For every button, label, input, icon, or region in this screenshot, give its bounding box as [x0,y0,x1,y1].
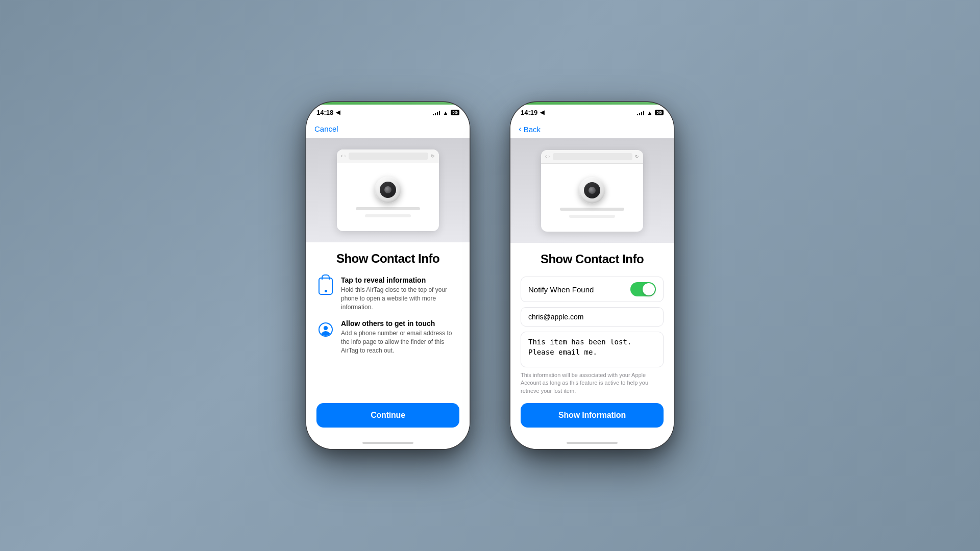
browser-content-line-4 [569,215,615,218]
status-bar-2: 14:19 ◀ ▲ 5G [510,105,674,118]
time-display-1: 14:18 [316,109,333,116]
contact-icon [316,320,335,339]
info-row-2: Allow others to get in touch Add a phone… [316,319,459,355]
status-icons-2: ▲ 5G [637,110,664,116]
cancel-button[interactable]: Cancel [314,124,338,133]
hero-section-1: ‹ › ↻ [306,138,470,242]
contact-visual [318,322,333,337]
phone-2: 14:19 ◀ ▲ 5G ‹ Back ‹ [510,102,674,449]
notify-when-found-label: Notify When Found [528,285,594,294]
info-text-2: Allow others to get in touch Add a phone… [341,319,459,355]
location-icon-1: ◀ [336,109,340,116]
browser-nav-1: ‹ › [341,153,346,159]
home-indicator-1 [306,438,470,449]
browser-address-bar-1 [349,153,428,160]
browser-content-2 [541,164,643,232]
info-row-1: Tap to reveal information Hold this AirT… [316,276,459,311]
browser-content-line-1 [356,207,420,210]
info-heading-2: Allow others to get in touch [341,319,459,328]
screen-2: ‹ Back ‹ › ↻ [510,118,674,449]
home-indicator-2 [510,438,674,449]
email-input[interactable] [521,307,664,327]
nav-bar-2: ‹ Back [510,118,674,138]
home-bar-1 [362,442,413,444]
status-time-2: 14:19 ◀ [521,109,544,116]
show-information-button[interactable]: Show Information [521,403,664,428]
notify-when-found-row: Notify When Found [521,277,664,302]
status-time-1: 14:18 ◀ [316,109,340,116]
bottom-sheet-1: Show Contact Info Tap to reveal informat… [306,242,470,438]
forward-arrow-icon: › [344,153,346,159]
back-arrow-icon-2: ‹ [545,154,547,159]
signal-icon-2 [637,110,645,115]
airtag-image-1 [375,177,401,203]
browser-address-bar-2 [553,153,632,160]
browser-toolbar-1: ‹ › ↻ [337,149,439,163]
bottom-sheet-2: Show Contact Info Notify When Found This… [510,243,674,438]
5g-badge-2: 5G [655,110,664,115]
screen-1: Cancel ‹ › ↻ [306,118,470,449]
airtag-inner-2 [584,182,600,198]
phone-1: 14:18 ◀ ▲ 5G Cancel ‹ › [306,102,470,449]
reload-icon-2: ↻ [635,154,639,159]
phone-tap-dot [325,290,327,292]
back-button[interactable]: ‹ Back [519,124,666,134]
phone-tap-icon [316,277,335,295]
home-bar-2 [567,442,618,444]
browser-toolbar-2: ‹ › ↻ [541,150,643,164]
status-icons-1: ▲ 5G [433,110,459,116]
info-body-1: Hold this AirTag close to the top of you… [341,286,459,311]
hero-section-2: ‹ › ↻ [510,138,674,243]
form-note: This information will be associated with… [521,371,664,395]
sheet-title-2: Show Contact Info [521,252,664,266]
status-bar-1: 14:18 ◀ ▲ 5G [306,105,470,118]
back-arrow-icon: ‹ [341,153,342,159]
reload-icon-1: ↻ [431,154,435,159]
wifi-icon-2: ▲ [647,110,652,116]
wifi-icon-1: ▲ [443,110,448,116]
nav-bar-1: Cancel [306,118,470,138]
location-icon-2: ◀ [540,109,544,116]
airtag-image-2 [579,177,605,204]
browser-content-line-2 [365,214,411,217]
airtag-dot-2 [589,187,596,194]
browser-nav-2: ‹ › [545,154,550,159]
chevron-left-icon: ‹ [519,124,522,134]
back-label: Back [524,125,541,134]
time-display-2: 14:19 [521,109,537,116]
airtag-inner-1 [380,182,396,198]
info-heading-1: Tap to reveal information [341,276,459,284]
airtag-dot-1 [384,186,391,193]
spacer-1 [316,363,459,403]
browser-mockup-2: ‹ › ↻ [541,150,643,232]
phone-tap-visual [318,278,333,295]
signal-icon-1 [433,110,440,115]
forward-arrow-icon-2: › [548,154,550,159]
toggle-knob [643,283,655,295]
info-body-2: Add a phone number or email address to t… [341,329,459,355]
notify-toggle[interactable] [630,282,656,296]
5g-badge-1: 5G [451,110,459,115]
browser-content-line-3 [560,208,624,211]
browser-content-1 [337,163,439,231]
info-text-1: Tap to reveal information Hold this AirT… [341,276,459,311]
browser-mockup-1: ‹ › ↻ [337,149,439,231]
continue-button[interactable]: Continue [316,403,459,428]
message-textarea[interactable]: This item has been lost. Please email me… [521,332,664,367]
sheet-title-1: Show Contact Info [316,252,459,266]
